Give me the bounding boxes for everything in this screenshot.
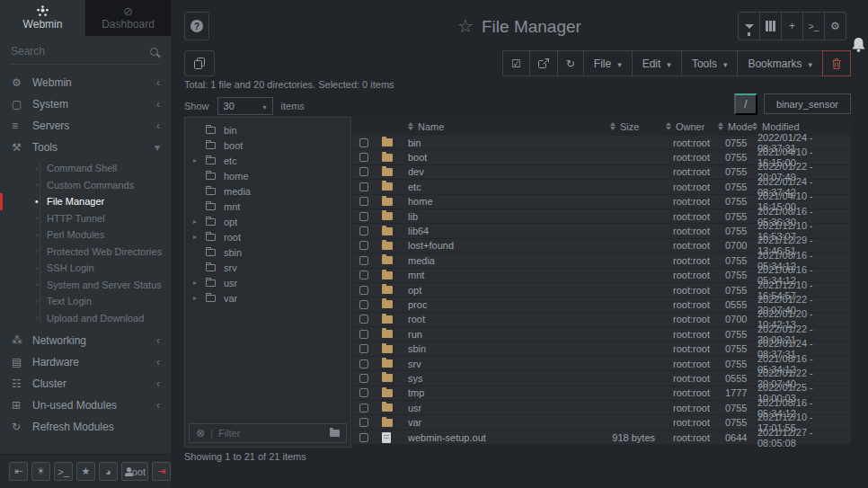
- row-checkbox[interactable]: [359, 271, 368, 279]
- filter-button[interactable]: [738, 12, 760, 40]
- tree-item-srv[interactable]: srv: [185, 260, 350, 275]
- tree-item-sbin[interactable]: sbin: [185, 244, 350, 260]
- file-name[interactable]: lib64: [401, 226, 608, 236]
- row-checkbox[interactable]: [359, 286, 368, 295]
- row-checkbox[interactable]: [359, 374, 368, 383]
- row-checkbox[interactable]: [359, 300, 368, 309]
- sidebar-item-command-shell[interactable]: ◦ Command Shell: [0, 160, 171, 177]
- row-checkbox[interactable]: [359, 315, 368, 324]
- sidebar-item-cluster[interactable]: ☷ Cluster ‹: [0, 373, 171, 395]
- tree-item-opt[interactable]: ▸ opt: [185, 214, 350, 229]
- row-checkbox[interactable]: [359, 226, 368, 235]
- expand-arrow-icon[interactable]: ▸: [193, 233, 203, 241]
- columns-button[interactable]: [759, 12, 782, 40]
- copy-path-button[interactable]: [184, 50, 215, 76]
- file-name[interactable]: opt: [401, 285, 608, 296]
- file-name[interactable]: etc: [401, 182, 608, 192]
- terminal-button[interactable]: >_: [802, 12, 825, 40]
- sidebar-item-un-used-modules[interactable]: ⊞ Un-used Modules ‹: [0, 395, 171, 416]
- row-checkbox[interactable]: [359, 256, 368, 265]
- sort-icon[interactable]: [610, 122, 616, 130]
- file-name[interactable]: run: [401, 329, 608, 340]
- sidebar-item-hardware[interactable]: ▤ Hardware ‹: [0, 351, 171, 373]
- refresh-button[interactable]: ↻: [557, 50, 584, 76]
- folder-icon[interactable]: [330, 430, 340, 437]
- tab-dashboard[interactable]: ⊘ Dashboard: [85, 0, 171, 36]
- sidebar-item-perl-modules[interactable]: ◦ Perl Modules: [0, 226, 171, 244]
- sort-icon[interactable]: [752, 122, 757, 130]
- sidebar-item-http-tunnel[interactable]: ◦ HTTP Tunnel: [0, 210, 171, 227]
- sidebar-item-servers[interactable]: ≡ Servers ‹: [0, 115, 171, 137]
- settings-button[interactable]: ⚙: [824, 12, 846, 40]
- notifications-bell-icon[interactable]: [850, 36, 867, 58]
- tree-item-etc[interactable]: ▸ etc: [185, 153, 350, 168]
- sidebar-item-refresh-modules[interactable]: ↻ Refresh Modules: [0, 416, 171, 438]
- file-name[interactable]: srv: [401, 359, 608, 369]
- file-name[interactable]: dev: [401, 166, 608, 177]
- row-checkbox[interactable]: [359, 418, 368, 427]
- column-header-mode[interactable]: Mode: [714, 121, 750, 132]
- tree-item-boot[interactable]: boot: [185, 138, 350, 153]
- expand-arrow-icon[interactable]: ▸: [193, 217, 203, 226]
- file-name[interactable]: bin: [401, 138, 608, 148]
- sidebar-item-upload-and-download[interactable]: ◦ Upload and Download: [0, 310, 171, 327]
- file-name[interactable]: webmin-setup.out: [401, 432, 608, 443]
- sort-icon[interactable]: [408, 122, 413, 130]
- sidebar-item-text-login[interactable]: ◦ Text Login: [0, 293, 171, 310]
- sidebar-item-file-manager[interactable]: • File Manager: [0, 193, 171, 210]
- tree-item-var[interactable]: ▸ var: [185, 290, 350, 306]
- file-name[interactable]: mnt: [401, 270, 608, 280]
- breadcrumb-path-box[interactable]: binary_sensor: [764, 93, 851, 114]
- page-size-select[interactable]: 30: [217, 97, 273, 115]
- file-name[interactable]: boot: [401, 152, 608, 163]
- file-name[interactable]: home: [401, 196, 608, 207]
- tree-item-media[interactable]: media: [185, 183, 350, 199]
- row-checkbox[interactable]: [359, 404, 368, 413]
- delete-button[interactable]: [822, 50, 851, 76]
- row-checkbox[interactable]: [359, 182, 368, 191]
- shell-button[interactable]: >_: [54, 462, 73, 481]
- theme-button[interactable]: ☀: [31, 462, 50, 481]
- tree-item-usr[interactable]: ▸ usr: [185, 275, 350, 290]
- sidebar-item-tools[interactable]: ⚒ Tools ▾: [0, 137, 171, 158]
- file-name[interactable]: var: [401, 417, 608, 428]
- row-checkbox[interactable]: [359, 344, 368, 353]
- sidebar-item-webmin[interactable]: ⚙ Webmin ‹: [0, 72, 171, 93]
- tree-item-mnt[interactable]: mnt: [185, 199, 350, 214]
- row-checkbox[interactable]: [359, 359, 368, 368]
- logout-button[interactable]: ⇥: [152, 462, 171, 481]
- sidebar-item-custom-commands[interactable]: ◦ Custom Commands: [0, 177, 171, 194]
- file-name[interactable]: sbin: [401, 343, 608, 354]
- favorites-button[interactable]: ★: [76, 462, 95, 481]
- sidebar-item-system[interactable]: ▢ System ‹: [0, 93, 171, 115]
- file-name[interactable]: media: [401, 255, 608, 266]
- row-checkbox[interactable]: [359, 388, 368, 397]
- sidebar-item-networking[interactable]: ⁂ Networking ‹: [0, 330, 171, 351]
- file-menu-button[interactable]: File: [583, 50, 633, 76]
- file-name[interactable]: sys: [401, 373, 608, 384]
- row-checkbox[interactable]: [359, 197, 368, 206]
- clear-filter-icon[interactable]: ⊗: [196, 427, 205, 439]
- row-checkbox[interactable]: [359, 167, 368, 176]
- palette-button[interactable]: ◕: [99, 462, 118, 481]
- row-checkbox[interactable]: [359, 212, 368, 221]
- file-name[interactable]: lib: [401, 211, 608, 222]
- table-row[interactable]: webmin-setup.out 918 bytes root:root 064…: [352, 430, 851, 445]
- bookmarks-menu-button[interactable]: Bookmarks: [737, 50, 823, 76]
- edit-menu-button[interactable]: Edit: [632, 50, 682, 76]
- expand-arrow-icon[interactable]: ▸: [193, 279, 203, 287]
- breadcrumb-root-button[interactable]: /: [734, 93, 757, 115]
- tree-item-bin[interactable]: bin: [185, 122, 350, 138]
- tree-item-root[interactable]: ▸ root: [185, 229, 350, 244]
- sort-icon[interactable]: [666, 122, 671, 130]
- sidebar-item-system-and-server-status[interactable]: ◦ System and Server Status: [0, 277, 171, 294]
- file-name[interactable]: tmp: [401, 387, 608, 398]
- row-checkbox[interactable]: [359, 153, 368, 162]
- file-name[interactable]: lost+found: [401, 240, 608, 251]
- sidebar-item-ssh-login[interactable]: ◦ SSH Login: [0, 260, 171, 277]
- column-header-owner[interactable]: Owner: [662, 121, 714, 132]
- file-name[interactable]: usr: [401, 403, 608, 413]
- expand-arrow-icon[interactable]: ▸: [193, 156, 203, 164]
- search-input[interactable]: [11, 45, 150, 58]
- export-button[interactable]: [529, 50, 558, 76]
